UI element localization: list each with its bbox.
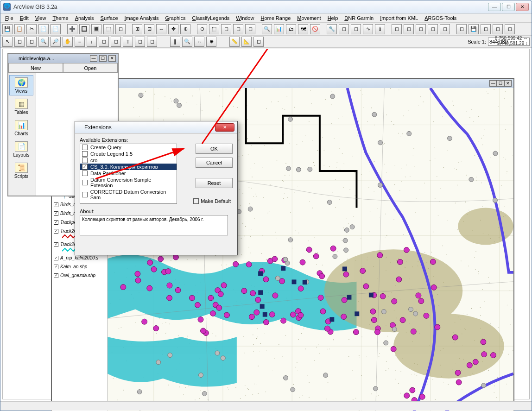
toolbar-button-15[interactable]: ⊖ (197, 24, 207, 34)
toolbar2-button-9[interactable]: ◻ (111, 37, 121, 47)
toolbar2-button-2[interactable]: ◻ (26, 37, 37, 47)
project-category-charts[interactable]: 📊Charts (9, 118, 33, 138)
layer-item[interactable]: ✓Kalm_an.shp (54, 264, 105, 270)
toolbar-button-9[interactable]: ◻ (115, 24, 126, 34)
toolbar-button-34[interactable]: ◻ (440, 24, 450, 34)
checkbox-icon[interactable]: ✓ (54, 256, 58, 260)
toolbar-button-5[interactable]: ➕ (67, 24, 77, 34)
menu-file[interactable]: File (2, 15, 16, 21)
toolbar-button-13[interactable]: ✥ (168, 24, 178, 34)
menu-view[interactable]: View (32, 15, 49, 21)
toolbar-button-39[interactable]: ◻ (505, 24, 515, 34)
toolbar2-button-5[interactable]: ✋ (63, 37, 73, 47)
toolbar-button-36[interactable]: 💾 (469, 24, 479, 34)
checkbox-icon[interactable]: ✓ (54, 242, 58, 247)
toolbar-button-12[interactable]: ↔ (156, 24, 166, 34)
toolbar2-button-20[interactable]: 📐 (241, 37, 252, 47)
map-window-titlebar[interactable]: — ☐ ✕ (52, 79, 513, 88)
project-minimize-button[interactable]: — (90, 55, 97, 62)
menu-analysis[interactable]: Analysis (72, 15, 97, 21)
extension-item[interactable]: CORRECTED Datum Conversion Sam (80, 189, 177, 201)
project-tab-new[interactable]: New (8, 63, 63, 73)
toolbar-button-26[interactable]: ◻ (339, 24, 349, 34)
toolbar-button-10[interactable]: ⊞ (132, 24, 142, 34)
toolbar2-button-6[interactable]: ≡ (75, 37, 85, 47)
project-tab-open[interactable]: Open (63, 63, 118, 73)
checkbox-icon[interactable] (82, 192, 88, 197)
toolbar-button-24[interactable]: 🚫 (310, 24, 320, 34)
checkbox-icon[interactable]: ✓ (82, 164, 88, 170)
toolbar2-button-21[interactable]: ◻ (253, 37, 264, 47)
toolbar-button-38[interactable]: ◻ (493, 24, 503, 34)
map-minimize-button[interactable]: — (489, 80, 497, 87)
map-maximize-button[interactable]: ☐ (497, 80, 504, 87)
menu-graphics[interactable]: Graphics (163, 15, 189, 21)
close-button[interactable]: ✕ (516, 3, 529, 11)
checkbox-icon[interactable]: ✓ (54, 273, 58, 278)
project-category-views[interactable]: 🌍Views (9, 75, 33, 95)
checkbox-icon[interactable] (82, 180, 88, 185)
cancel-button[interactable]: Cancel (196, 158, 233, 168)
toolbar2-button-0[interactable]: ↖ (2, 37, 13, 47)
extension-item[interactable]: Create Legend 1.5 (80, 151, 177, 157)
project-category-scripts[interactable]: 📜Scripts (9, 160, 33, 181)
toolbar2-button-1[interactable]: ◻ (14, 37, 25, 47)
menu-theme[interactable]: Theme (50, 15, 71, 21)
extensions-titlebar[interactable]: Extensions ✕ (75, 121, 237, 133)
menu-dnr-garmin[interactable]: DNR Garmin (342, 15, 376, 21)
toolbar-button-4[interactable]: 📄 (51, 24, 61, 34)
toolbar-button-7[interactable]: 🔳 (91, 24, 101, 34)
extension-item[interactable]: Data Partitioner (80, 170, 177, 177)
toolbar-button-28[interactable]: ∿ (363, 24, 373, 34)
toolbar2-button-17[interactable]: ⊕ (206, 37, 216, 47)
toolbar-button-11[interactable]: ⊡ (144, 24, 154, 34)
reset-button[interactable]: Reset (196, 178, 233, 188)
toolbar-button-30[interactable]: ◻ (392, 24, 402, 34)
toolbar2-button-4[interactable]: 🔎 (51, 37, 61, 47)
toolbar-button-33[interactable]: ◻ (428, 24, 438, 34)
menu-argos-tools[interactable]: ARGOS-Tools (422, 15, 459, 21)
extension-item[interactable]: Datum Conversion Sample Extension (80, 177, 177, 189)
toolbar2-button-14[interactable]: ‖ (170, 37, 180, 47)
toolbar-button-32[interactable]: ◻ (416, 24, 426, 34)
project-close-button[interactable]: ✕ (108, 55, 116, 62)
toolbar-button-3[interactable]: 📄 (38, 24, 49, 34)
toolbar-button-29[interactable]: ℹ (375, 24, 385, 34)
extensions-close-button[interactable]: ✕ (215, 123, 234, 132)
menu-home-range[interactable]: Home Range (258, 15, 293, 21)
menu-movement[interactable]: Movement (294, 15, 323, 21)
toolbar-button-31[interactable]: ◻ (404, 24, 414, 34)
project-maximize-button[interactable]: ☐ (99, 55, 107, 62)
toolbar2-button-16[interactable]: ↔ (194, 37, 204, 47)
extension-item[interactable]: cro (80, 157, 177, 164)
toolbar-button-21[interactable]: 📊 (274, 24, 284, 34)
toolbar-button-20[interactable]: 🔍 (262, 24, 272, 34)
toolbar-button-22[interactable]: 🗂 (286, 24, 296, 34)
toolbar-button-19[interactable]: ◻ (245, 24, 255, 34)
minimize-button[interactable]: — (488, 3, 501, 11)
toolbar-button-18[interactable]: ◻ (233, 24, 243, 34)
layer-item[interactable]: ✓Orel_gnezda.shp (54, 272, 105, 278)
menu-image-analysis[interactable]: Image Analysis (122, 15, 162, 21)
toolbar2-button-3[interactable]: 🔍 (38, 37, 49, 47)
toolbar-button-35[interactable]: ◻ (456, 24, 467, 34)
toolbar2-button-11[interactable]: ◻ (135, 37, 145, 47)
checkbox-icon[interactable] (82, 151, 88, 157)
project-titlebar[interactable]: middlevolga.a... — ☐ ✕ (8, 54, 118, 63)
toolbar2-button-15[interactable]: 🔍 (182, 37, 192, 47)
menu-classifylegends[interactable]: ClassifyLegends (190, 15, 233, 21)
extension-item[interactable]: Create-Query (80, 144, 177, 151)
checkbox-icon[interactable]: ✓ (54, 229, 58, 234)
toolbar2-button-10[interactable]: T (123, 37, 133, 47)
toolbar2-button-8[interactable]: ◻ (99, 37, 109, 47)
project-category-layouts[interactable]: 📄Layouts (9, 139, 33, 159)
checkbox-icon[interactable] (82, 171, 88, 176)
toolbar-button-16[interactable]: ⬚ (209, 24, 219, 34)
toolbar-button-23[interactable]: 🗺 (298, 24, 308, 34)
toolbar-button-27[interactable]: ◻ (351, 24, 361, 34)
map-close-button[interactable]: ✕ (504, 80, 512, 87)
checkbox-icon[interactable]: ✓ (54, 265, 58, 269)
toolbar2-button-7[interactable]: i (87, 37, 97, 47)
menu-import-from-kml[interactable]: Import from KML (377, 15, 421, 21)
extension-item[interactable]: ✓CS_3.0. Коллекция скриптов (80, 164, 177, 170)
